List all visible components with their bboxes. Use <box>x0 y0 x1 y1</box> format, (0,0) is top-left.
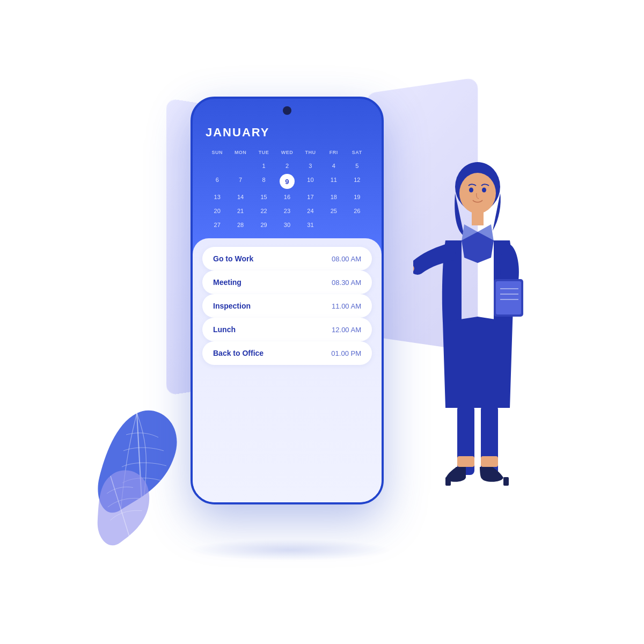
schedule-item[interactable]: Inspection 11.00 AM <box>202 294 372 318</box>
leaf-decoration <box>83 397 191 558</box>
cal-day[interactable]: 26 <box>346 205 369 217</box>
cal-day[interactable]: 17 <box>299 191 322 203</box>
schedule-item-name: Go to Work <box>213 254 253 263</box>
cal-empty <box>322 219 345 231</box>
cal-day[interactable]: 10 <box>299 174 322 189</box>
calendar-grid: SUNMONTUEWEDTHUFRISAT 123456789101112131… <box>206 147 369 231</box>
cal-empty <box>229 160 252 172</box>
svg-rect-4 <box>472 210 484 225</box>
cal-day[interactable]: 5 <box>346 160 369 172</box>
cal-day[interactable]: 27 <box>206 219 229 231</box>
cal-day-header: TUE <box>252 147 275 158</box>
schedule-item-time: 12.00 AM <box>332 326 361 334</box>
cal-day[interactable]: 7 <box>229 174 252 189</box>
svg-rect-15 <box>445 477 451 486</box>
calendar-month: JANUARY <box>206 126 369 140</box>
cal-day[interactable]: 11 <box>322 174 345 189</box>
cal-day-header: MON <box>229 147 252 158</box>
svg-point-2 <box>469 188 473 193</box>
cal-day[interactable]: 13 <box>206 191 229 203</box>
schedule-item-name: Meeting <box>213 278 241 287</box>
cal-day[interactable]: 23 <box>275 205 298 217</box>
schedule-item-time: 08.30 AM <box>332 279 361 287</box>
cal-day[interactable]: 29 <box>252 219 275 231</box>
cal-day-header: SUN <box>206 147 229 158</box>
cal-day[interactable]: 6 <box>206 174 229 189</box>
cal-day[interactable]: 9 <box>280 174 295 189</box>
cal-empty <box>346 219 369 231</box>
cal-day[interactable]: 25 <box>322 205 345 217</box>
phone-shadow <box>188 539 392 561</box>
cal-day-header: SAT <box>346 147 369 158</box>
cal-day[interactable]: 2 <box>275 160 298 172</box>
phone-notch <box>283 106 291 115</box>
schedule-item[interactable]: Meeting 08.30 AM <box>202 270 372 294</box>
cal-day[interactable]: 31 <box>299 219 322 231</box>
svg-rect-16 <box>503 477 509 486</box>
person-figure <box>413 150 542 515</box>
svg-point-1 <box>459 173 496 214</box>
schedule-item-time: 11.00 AM <box>332 302 361 310</box>
cal-day[interactable]: 19 <box>346 191 369 203</box>
cal-day[interactable]: 8 <box>252 174 275 189</box>
schedule-item-name: Lunch <box>213 325 236 334</box>
cal-day[interactable]: 30 <box>275 219 298 231</box>
cal-day-header: FRI <box>322 147 345 158</box>
svg-rect-14 <box>481 456 498 467</box>
schedule-item-time: 08.00 AM <box>332 255 361 263</box>
calendar-section: JANUARY SUNMONTUEWEDTHUFRISAT 1234567891… <box>193 115 382 238</box>
phone: JANUARY SUNMONTUEWEDTHUFRISAT 1234567891… <box>191 97 384 504</box>
cal-day[interactable]: 15 <box>252 191 275 203</box>
schedule-item-name: Inspection <box>213 302 251 310</box>
cal-day[interactable]: 21 <box>229 205 252 217</box>
svg-point-3 <box>482 188 486 193</box>
schedule-item[interactable]: Lunch 12.00 AM <box>202 318 372 341</box>
schedule-item-name: Back to Office <box>213 349 264 357</box>
cal-day[interactable]: 12 <box>346 174 369 189</box>
cal-day[interactable]: 22 <box>252 205 275 217</box>
cal-day-header: THU <box>299 147 322 158</box>
svg-rect-13 <box>457 456 474 467</box>
schedule-section: Go to Work 08.00 AM Meeting 08.30 AM Ins… <box>193 238 382 502</box>
schedule-item[interactable]: Back to Office 01.00 PM <box>202 341 372 365</box>
cal-day[interactable]: 1 <box>252 160 275 172</box>
scene: JANUARY SUNMONTUEWEDTHUFRISAT 1234567891… <box>0 0 644 644</box>
cal-day[interactable]: 14 <box>229 191 252 203</box>
cal-day[interactable]: 3 <box>299 160 322 172</box>
cal-day[interactable]: 28 <box>229 219 252 231</box>
schedule-item-time: 01.00 PM <box>331 349 361 357</box>
cal-empty <box>206 160 229 172</box>
cal-day[interactable]: 16 <box>275 191 298 203</box>
cal-day-header: WED <box>275 147 298 158</box>
schedule-item[interactable]: Go to Work 08.00 AM <box>202 247 372 270</box>
cal-day[interactable]: 24 <box>299 205 322 217</box>
cal-day[interactable]: 4 <box>322 160 345 172</box>
cal-day[interactable]: 20 <box>206 205 229 217</box>
cal-day[interactable]: 18 <box>322 191 345 203</box>
svg-rect-7 <box>496 281 521 314</box>
